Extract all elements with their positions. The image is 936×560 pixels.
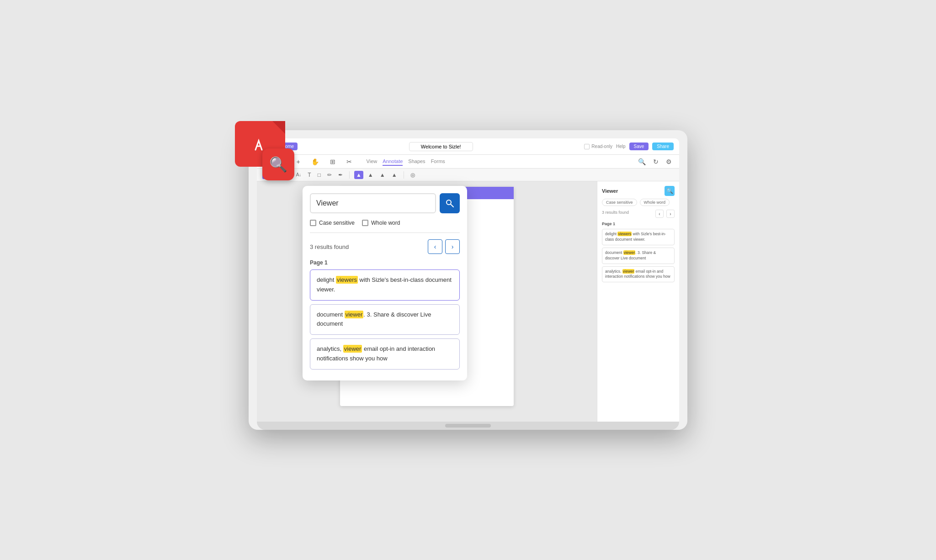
app-header: Back to home Read-only Help Save Share — [257, 138, 679, 155]
toolbar-nav-tabs: View Annotate Shapes Forms — [367, 158, 445, 166]
case-sensitive-option[interactable]: Case sensitive — [310, 220, 355, 226]
tab-forms[interactable]: Forms — [431, 158, 445, 166]
result-snippet-3[interactable]: analytics, viewer email opt-in and inter… — [310, 338, 460, 370]
search-toolbar-button[interactable]: 🔍 — [636, 157, 648, 166]
ann-btn-eraser[interactable]: ◎ — [409, 171, 417, 179]
results-header: 3 results found ‹ › — [310, 239, 460, 254]
snippet-3-highlight: viewer — [343, 345, 362, 353]
app-main: Sample docu... Welcome t... Here's how..… — [257, 181, 679, 422]
refresh-button[interactable]: ↻ — [651, 157, 660, 166]
snippet-1-highlight: viewers — [336, 276, 358, 284]
search-input-row — [310, 193, 460, 213]
search-divider — [310, 232, 460, 233]
snippet-3-pre: analytics, — [317, 345, 343, 352]
zoom-in-button[interactable]: + — [294, 157, 302, 166]
search-badge-icon: 🔍 — [269, 156, 287, 173]
ann-btn-highlight-active[interactable]: ▲ — [354, 171, 363, 179]
ann-btn-pen[interactable]: ✏ — [325, 171, 334, 179]
sidebar-prev-btn[interactable]: ‹ — [655, 210, 664, 218]
tab-shapes[interactable]: Shapes — [408, 158, 425, 166]
result-nav-btns: ‹ › — [428, 239, 460, 254]
sidebar-highlight-3: viewer — [622, 269, 635, 274]
settings-button[interactable]: ⚙ — [664, 157, 674, 166]
hand-tool-button[interactable]: ✋ — [309, 157, 321, 166]
save-button[interactable]: Save — [629, 143, 649, 150]
ann-divider — [349, 171, 350, 179]
sidebar-highlight-1: viewers — [617, 232, 632, 236]
sidebar-case-sensitive-btn[interactable]: Case sensitive — [602, 199, 637, 206]
sidebar-result-item-3[interactable]: analytics. viewer email opt-in and inter… — [602, 266, 675, 283]
tab-view[interactable]: View — [367, 158, 378, 166]
search-go-button[interactable] — [440, 193, 460, 213]
whole-word-label: Whole word — [371, 220, 400, 226]
sidebar-whole-word-btn[interactable]: Whole word — [640, 199, 670, 206]
search-go-icon — [445, 199, 454, 208]
ann-btn-rect[interactable]: □ — [316, 171, 323, 179]
readonly-label: Read-only — [591, 144, 612, 149]
toolbar-right-icons: 🔍 ↻ ⚙ — [636, 157, 674, 166]
share-button[interactable]: Share — [652, 143, 674, 150]
sidebar-results-count: 3 results found — [602, 210, 629, 215]
ann-btn-highlight3[interactable]: ▲ — [378, 171, 387, 179]
laptop-shell: Back to home Read-only Help Save Share 7… — [249, 130, 687, 430]
case-sensitive-label: Case sensitive — [319, 220, 355, 226]
results-found-text: 3 results found — [310, 243, 349, 250]
result-prev-btn[interactable]: ‹ — [428, 239, 442, 254]
readonly-badge: Read-only — [584, 144, 612, 149]
sidebar-viewer-title: Viewer — [602, 188, 618, 194]
search-text-input[interactable] — [310, 193, 436, 213]
search-badge: 🔍 — [262, 148, 294, 180]
select-tool-button[interactable]: ⊞ — [328, 157, 337, 166]
whole-word-checkbox[interactable] — [362, 220, 368, 226]
ann-btn-highlight2[interactable]: ▲ — [366, 171, 375, 179]
sidebar-search-row: Viewer 🔍 — [602, 186, 675, 196]
ann-btn-4[interactable]: A↓ — [294, 171, 303, 178]
search-options: Case sensitive Whole word — [310, 220, 460, 226]
page-label-dialog: Page 1 — [310, 259, 460, 266]
right-sidebar: Viewer 🔍 Case sensitive Whole word 3 res… — [597, 181, 679, 422]
svg-line-1 — [451, 204, 453, 207]
tab-annotate[interactable]: Annotate — [383, 158, 403, 166]
laptop-notch — [445, 424, 491, 428]
sidebar-snippet-2-pre: document — [605, 250, 623, 255]
annotation-toolbar: 𝐓 A A↑ A↓ T □ ✏ ✒ ▲ ▲ ▲ ▲ ◎ — [257, 169, 679, 181]
result-next-btn[interactable]: › — [445, 239, 460, 254]
sidebar-result-item-1[interactable]: delight viewers with Sizle's best-in-cla… — [602, 229, 675, 245]
crop-tool-button[interactable]: ✂ — [345, 157, 354, 166]
snippet-2-pre: document — [317, 311, 345, 318]
sidebar-page-label: Page 1 — [602, 222, 675, 226]
adobe-icon-wrapper: 🔍 — [235, 121, 285, 167]
result-snippet-1[interactable]: delight viewers with Sizle's best-in-cla… — [310, 269, 460, 301]
sidebar-snippet-3-pre: analytics. — [605, 269, 622, 274]
sidebar-snippet-1-pre: delight — [605, 232, 617, 236]
result-snippet-2[interactable]: document viewer. 3. Share & discover Liv… — [310, 304, 460, 335]
sidebar-nav-btns: ‹ › — [655, 210, 675, 218]
ann-btn-highlight4[interactable]: ▲ — [390, 171, 399, 179]
whole-word-option[interactable]: Whole word — [362, 220, 400, 226]
search-dialog: Case sensitive Whole word 3 results foun… — [303, 186, 467, 380]
sidebar-next-btn[interactable]: › — [666, 210, 675, 218]
sidebar-result-item-2[interactable]: document viewer. 3. Share & discover Liv… — [602, 248, 675, 264]
snippet-2-highlight: viewer — [345, 311, 364, 318]
help-button[interactable]: Help — [616, 144, 626, 149]
ann-btn-text[interactable]: T — [306, 171, 313, 179]
sidebar-options: Case sensitive Whole word — [602, 199, 675, 206]
adobe-fold — [272, 121, 285, 134]
ann-btn-pen2[interactable]: ✒ — [336, 171, 345, 179]
readonly-checkbox[interactable] — [584, 144, 590, 149]
sidebar-search-button[interactable]: 🔍 — [665, 186, 675, 196]
laptop-screen: Back to home Read-only Help Save Share 7… — [257, 138, 679, 422]
ann-divider-2 — [404, 171, 404, 179]
app-toolbar: 7% ▾ − + ✋ ⊞ ✂ View Annotate Shapes Form… — [257, 155, 679, 169]
snippet-1-pre: delight — [317, 276, 336, 283]
sidebar-highlight-2: viewer — [623, 250, 636, 255]
doc-title-input[interactable] — [409, 142, 473, 151]
case-sensitive-checkbox[interactable] — [310, 220, 316, 226]
laptop-base — [257, 422, 679, 430]
